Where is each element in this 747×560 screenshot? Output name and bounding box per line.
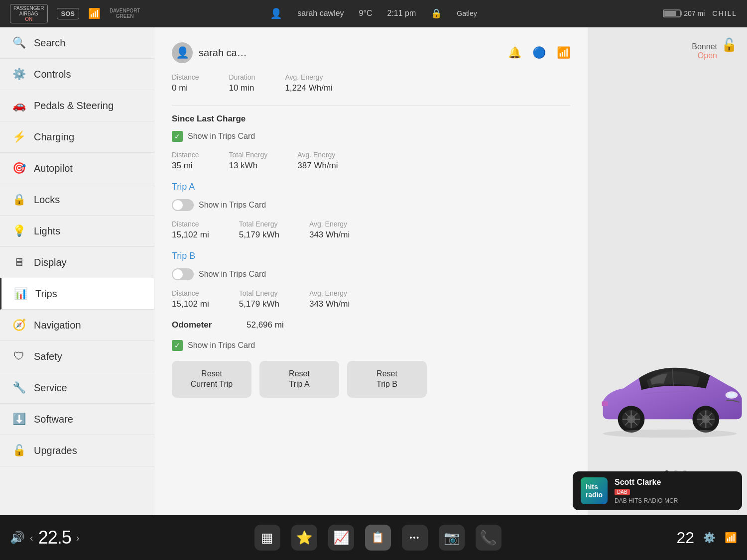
trip-b-stats: Distance 15,102 mi Total Energy 5,179 kW… <box>172 289 570 309</box>
arrow-right[interactable]: › <box>76 532 80 544</box>
sidebar-item-display[interactable]: 🖥 Display <box>0 247 154 278</box>
distance-value: 0 mi <box>172 83 188 93</box>
trip-b-distance: Distance 15,102 mi <box>172 289 209 309</box>
divider1 <box>172 106 570 106</box>
odometer-checkbox-label: Show in Trips Card <box>188 341 255 350</box>
taskbar-phone-icon[interactable]: 📞 <box>476 525 501 551</box>
trip-b-title[interactable]: Trip B <box>172 251 570 261</box>
avg-energy-value: 1,224 Wh/mi <box>285 83 332 93</box>
duration-value: 10 min <box>229 83 254 93</box>
taskbar-dots-icon[interactable]: ••• <box>402 525 428 551</box>
music-info: Scott Clarke DAB DAB HITS RADIO MCR <box>615 478 734 504</box>
reset-trip-b-button[interactable]: ResetTrip B <box>347 361 427 398</box>
odometer-checkbox-row[interactable]: ✓ Show in Trips Card <box>172 340 570 351</box>
sidebar-item-navigation[interactable]: 🧭 Navigation <box>0 310 154 341</box>
sidebar-item-charging[interactable]: ⚡ Charging <box>0 121 154 153</box>
sos-badge[interactable]: SOS <box>57 8 79 19</box>
sidebar-item-safety[interactable]: 🛡 Safety <box>0 341 154 372</box>
trip-a-toggle[interactable] <box>172 199 194 211</box>
sidebar-item-lights[interactable]: 💡 Lights <box>0 216 154 247</box>
music-thumbnail: hitsradio <box>581 477 608 504</box>
airbag-status: ON <box>25 16 32 22</box>
svg-point-17 <box>603 430 737 438</box>
trip-a-total-energy-label: Total Energy <box>239 220 279 228</box>
profile-name: sarah ca… <box>199 47 247 59</box>
trip-a-avg-energy-value: 343 Wh/mi <box>309 230 350 239</box>
trip-b-toggle-label: Show in Trips Card <box>199 270 266 279</box>
since-last-charge-checkbox-label: Show in Trips Card <box>188 132 255 141</box>
battery-miles: 207 mi <box>684 9 705 17</box>
sidebar-item-trips[interactable]: 📊 Trips <box>0 278 154 310</box>
avatar-icon: 👤 <box>176 46 189 59</box>
profile-action-icons: 🔔 🔵 📶 <box>508 46 570 59</box>
car-panel: 🔓 Bonnet Open <box>588 27 747 515</box>
sidebar-label-charging: Charging <box>34 131 74 143</box>
odometer-value: 52,696 mi <box>247 320 284 330</box>
trip-b-toggle[interactable] <box>172 268 194 280</box>
taskbar-settings-icon[interactable]: ⚙️ <box>703 532 716 544</box>
wifi-icon: 📶 <box>88 7 101 19</box>
distance-label: Distance <box>172 73 199 81</box>
since-distance-label: Distance <box>172 151 199 159</box>
taskbar-right: 22 ⚙️ 📶 <box>676 529 737 547</box>
trip-a-distance-label: Distance <box>172 220 209 228</box>
trip-a-avg-energy: Avg. Energy 343 Wh/mi <box>309 220 350 240</box>
trip-b-distance-label: Distance <box>172 289 209 297</box>
sidebar-item-controls[interactable]: ⚙️ Controls <box>0 59 154 90</box>
odometer-checkbox[interactable]: ✓ <box>172 340 183 351</box>
status-bar: PASSENGER AIRBAG ON SOS 📶 DAVENPORT GREE… <box>0 0 747 27</box>
sidebar-item-service[interactable]: 🔧 Service <box>0 372 154 404</box>
trip-b-avg-energy-value: 343 Wh/mi <box>309 299 350 309</box>
taskbar-tasks-icon[interactable]: 📋 <box>365 525 391 551</box>
music-badge-label: DAB <box>617 489 627 495</box>
reset-current-trip-button[interactable]: ResetCurrent Trip <box>172 361 251 398</box>
taskbar-grid-icon[interactable]: ▦ <box>254 525 280 551</box>
reset-trip-a-label: ResetTrip A <box>289 369 310 388</box>
main-area: 🔍 Search ⚙️ Controls 🚗 Pedals & Steering… <box>0 27 747 515</box>
taskbar-star-icon[interactable]: ⭐ <box>291 525 317 551</box>
sidebar-label-upgrades: Upgrades <box>34 445 77 456</box>
status-temp: 9°C <box>359 9 373 18</box>
taskbar-temp-left[interactable]: 22.5 <box>38 527 71 548</box>
arrow-left[interactable]: ‹ <box>30 532 33 544</box>
sidebar-item-search[interactable]: 🔍 Search <box>0 27 154 59</box>
bluetooth-icon[interactable]: 🔵 <box>532 46 546 59</box>
since-total-energy-label: Total Energy <box>229 151 267 159</box>
trip-a-distance-value: 15,102 mi <box>172 230 209 239</box>
sidebar-item-autopilot[interactable]: 🎯 Autopilot <box>0 153 154 184</box>
since-last-charge-checkbox[interactable]: ✓ <box>172 131 183 142</box>
sidebar-item-pedals[interactable]: 🚗 Pedals & Steering <box>0 90 154 121</box>
trip-b-total-energy-label: Total Energy <box>239 289 279 297</box>
taskbar-center: ▦ ⭐ 📈 📋 ••• 📷 📞 <box>254 525 501 551</box>
reset-trip-a-button[interactable]: ResetTrip A <box>259 361 339 398</box>
avatar: 👤 <box>172 42 193 63</box>
trip-b-avg-energy-label: Avg. Energy <box>309 289 350 297</box>
since-last-charge-checkbox-row[interactable]: ✓ Show in Trips Card <box>172 131 570 142</box>
taskbar-camera-icon[interactable]: 📷 <box>439 525 465 551</box>
volume-icon[interactable]: 🔊 <box>10 531 25 545</box>
music-badge: DAB <box>615 489 630 495</box>
sidebar-item-upgrades[interactable]: 🔓 Upgrades <box>0 435 154 466</box>
service-icon: 🔧 <box>12 381 26 394</box>
status-mode: CHILL <box>712 9 737 17</box>
since-last-charge-title: Since Last Charge <box>172 114 570 124</box>
bell-icon[interactable]: 🔔 <box>508 46 521 59</box>
trip-a-distance: Distance 15,102 mi <box>172 220 209 240</box>
since-avg-energy: Avg. Energy 387 Wh/mi <box>297 151 338 171</box>
software-icon: ⬇️ <box>12 413 26 426</box>
taskbar-temp-right[interactable]: 22 <box>676 529 694 547</box>
since-avg-energy-label: Avg. Energy <box>297 151 338 159</box>
sidebar-label-controls: Controls <box>34 69 71 80</box>
trip-a-title[interactable]: Trip A <box>172 182 570 192</box>
profile-header: 👤 sarah ca… 🔔 🔵 📶 <box>172 42 570 63</box>
status-user: sarah cawley <box>297 9 344 18</box>
wifi-icon[interactable]: 📶 <box>557 46 570 59</box>
trip-a-avg-energy-label: Avg. Energy <box>309 220 350 228</box>
sidebar-item-locks[interactable]: 🔒 Locks <box>0 184 154 216</box>
car-lock-icon[interactable]: 🔓 <box>721 37 737 53</box>
taskbar-chart-icon[interactable]: 📈 <box>328 525 354 551</box>
svg-point-1 <box>728 393 736 397</box>
trip-b-avg-energy: Avg. Energy 343 Wh/mi <box>309 289 350 309</box>
trip-a-stats: Distance 15,102 mi Total Energy 5,179 kW… <box>172 220 570 240</box>
sidebar-item-software[interactable]: ⬇️ Software <box>0 404 154 435</box>
